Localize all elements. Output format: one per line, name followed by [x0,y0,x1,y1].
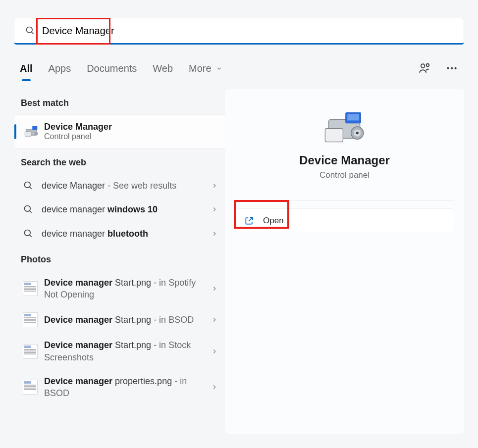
preview-title: Device Manager [235,153,454,167]
web-result-item[interactable]: device manager windows 10 [14,198,227,221]
svg-point-23 [356,132,358,134]
photo-result-item[interactable]: Device manager Start.png - in Stock Scre… [14,333,227,369]
image-thumbnail-icon [23,344,38,359]
tab-documents[interactable]: Documents [87,61,137,76]
search-bar[interactable] [14,18,464,45]
search-icon [23,228,34,239]
filter-tabs: All Apps Documents Web More [20,61,222,76]
photo-result-item[interactable]: Device manager Start.png - in Spotify No… [14,271,227,307]
web-result-label: device manager bluetooth [42,228,211,240]
chevron-down-icon [216,65,222,72]
svg-line-14 [30,211,32,213]
divider [235,200,454,200]
section-search-web: Search the web [21,157,227,168]
web-result-label: device Manager - See web results [42,180,211,192]
web-result-item[interactable]: device manager bluetooth [14,222,227,246]
tab-all[interactable]: All [20,61,33,76]
search-icon [23,180,34,191]
more-options-icon[interactable] [445,62,458,75]
photo-result-label: Device manager Start.png - in BSOD [44,314,211,326]
photo-result-label: Device manager properties.png - in BSOD [44,375,211,399]
search-icon [23,204,34,215]
search-icon [25,26,35,36]
search-input[interactable] [42,25,453,37]
svg-rect-18 [325,129,343,142]
svg-line-12 [30,187,32,189]
tab-more-label: More [189,63,212,74]
svg-point-6 [454,67,456,69]
open-label: Open [263,216,284,226]
feedback-icon[interactable] [419,62,431,75]
preview-pane: Device Manager Control panel Open [225,89,464,434]
svg-line-1 [32,32,34,34]
svg-rect-20 [347,114,359,121]
section-best-match: Best match [21,98,227,108]
photo-result-item[interactable]: Device manager Start.png - in BSOD [14,306,227,333]
top-actions [419,62,458,75]
svg-line-16 [30,235,32,237]
svg-point-10 [34,132,38,136]
svg-rect-9 [32,126,37,130]
photo-result-label: Device manager Start.png - in Stock Scre… [44,339,211,363]
svg-point-5 [451,67,453,69]
svg-point-3 [426,64,429,66]
open-button[interactable]: Open [235,208,454,233]
section-photos: Photos [21,254,227,265]
preview-app-icon [322,109,367,145]
open-icon [244,216,254,226]
results-column: Best match Device Manager Control panel … [14,89,227,405]
tab-web[interactable]: Web [153,61,173,76]
svg-point-4 [447,67,449,69]
filter-tabs-row: All Apps Documents Web More [20,58,458,78]
photo-result-label: Device manager Start.png - in Spotify No… [44,277,211,301]
image-thumbnail-icon [23,380,38,395]
tab-apps[interactable]: Apps [49,61,71,76]
svg-point-0 [27,27,33,33]
svg-point-11 [25,182,31,188]
image-thumbnail-icon [23,312,38,327]
svg-point-15 [25,230,31,236]
best-match-subtitle: Control panel [44,132,112,141]
svg-point-2 [421,64,425,68]
best-match-title: Device Manager [44,122,112,132]
photo-result-item[interactable]: Device manager properties.png - in BSOD [14,369,227,405]
preview-actions: Open [235,208,454,233]
image-thumbnail-icon [23,281,38,296]
svg-point-13 [25,206,31,212]
tab-more[interactable]: More [189,61,222,76]
svg-rect-8 [25,132,31,137]
web-result-item[interactable]: device Manager - See web results [14,174,227,198]
preview-subtitle: Control panel [235,170,454,180]
best-match-item[interactable]: Device Manager Control panel [14,114,227,149]
web-result-label: device manager windows 10 [42,203,211,215]
device-manager-icon [24,124,39,139]
